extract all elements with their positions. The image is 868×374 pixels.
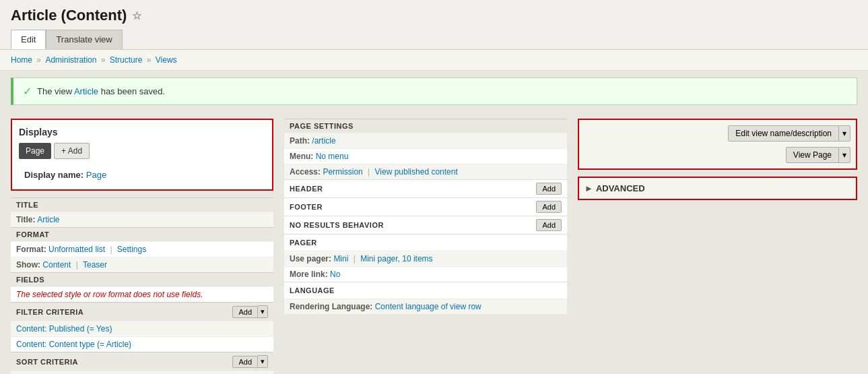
sort-item-0: Content: Authored on (desc) bbox=[11, 371, 273, 374]
breadcrumb-administration[interactable]: Administration bbox=[45, 55, 96, 65]
path-row: Path: /article bbox=[284, 133, 567, 148]
no-results-header: NO RESULTS BEHAVIOR Add bbox=[284, 216, 567, 234]
sort-criteria-title: SORT CRITERIA bbox=[16, 358, 78, 366]
fields-section-header: FIELDS bbox=[11, 272, 273, 286]
menu-row: Menu: No menu bbox=[284, 148, 567, 164]
breadcrumb-sep-3: » bbox=[147, 55, 154, 65]
display-name-row: Display name: Page bbox=[19, 167, 265, 183]
status-article-link[interactable]: Article bbox=[74, 86, 98, 96]
advanced-panel: ► ADVANCED bbox=[578, 177, 857, 200]
check-icon: ✓ bbox=[23, 85, 32, 98]
pager-section: PAGER Use pager: Mini | Mini pager, 10 i… bbox=[284, 234, 567, 282]
no-results-add-button[interactable]: Add bbox=[536, 219, 562, 231]
title-row: Title: Article bbox=[11, 212, 273, 227]
show-row: Show: Content | Teaser bbox=[11, 257, 273, 272]
filter-link-0[interactable]: Content: Published (= Yes) bbox=[16, 324, 112, 334]
top-right-panel: Edit view name/description ▾ View Page ▾ bbox=[578, 119, 857, 170]
footer-add-button[interactable]: Add bbox=[536, 201, 562, 213]
page-button[interactable]: Page bbox=[19, 143, 51, 159]
main-layout: Displays Page Add Display name: Page TIT… bbox=[0, 112, 868, 374]
view-page-arrow[interactable]: ▾ bbox=[839, 147, 850, 163]
show-teaser-link[interactable]: Teaser bbox=[83, 260, 107, 270]
title-section: TITLE Title: Article bbox=[11, 197, 273, 227]
title-text: Article (Content) bbox=[11, 7, 127, 24]
edit-view-btn-group: Edit view name/description ▾ bbox=[585, 125, 850, 142]
sort-add-button[interactable]: Add bbox=[232, 356, 258, 368]
pager-header: PAGER bbox=[284, 234, 567, 251]
path-value[interactable]: /article bbox=[312, 136, 335, 146]
format-link[interactable]: Unformatted list bbox=[48, 245, 105, 254]
breadcrumb-structure[interactable]: Structure bbox=[110, 55, 143, 65]
access-link1[interactable]: Permission bbox=[323, 167, 362, 177]
sort-add-arrow[interactable]: ▾ bbox=[258, 355, 268, 368]
view-page-button[interactable]: View Page bbox=[786, 147, 839, 163]
filter-add-button[interactable]: Add bbox=[232, 306, 258, 318]
advanced-button[interactable]: ► ADVANCED bbox=[585, 183, 850, 193]
middle-column: PAGE SETTINGS Path: /article Menu: No me… bbox=[284, 119, 567, 374]
right-column: Edit view name/description ▾ View Page ▾… bbox=[578, 119, 857, 374]
add-display-button[interactable]: Add bbox=[54, 143, 90, 159]
more-link-row: More link: No bbox=[284, 266, 567, 282]
displays-buttons: Page Add bbox=[19, 143, 265, 159]
header-section: HEADER Add bbox=[284, 179, 567, 197]
page-title: Article (Content) ☆ bbox=[11, 7, 857, 30]
breadcrumb-sep-1: » bbox=[36, 55, 43, 65]
fields-section: FIELDS The selected style or row format … bbox=[11, 272, 273, 302]
filter-criteria-section: FILTER CRITERIA Add ▾ Content: Published… bbox=[11, 302, 273, 352]
language-section: LANGUAGE Rendering Language: Content lan… bbox=[284, 282, 567, 314]
menu-value[interactable]: No menu bbox=[316, 152, 349, 161]
fields-info: The selected style or row format does no… bbox=[11, 286, 273, 302]
format-section-header: FORMAT bbox=[11, 227, 273, 241]
displays-title: Displays bbox=[19, 127, 265, 137]
edit-view-button[interactable]: Edit view name/description bbox=[728, 125, 839, 142]
access-row: Access: Permission | View published cont… bbox=[284, 164, 567, 179]
edit-view-arrow[interactable]: ▾ bbox=[839, 125, 850, 142]
displays-panel: Displays Page Add Display name: Page bbox=[11, 119, 273, 191]
page-settings-section: PAGE SETTINGS Path: /article Menu: No me… bbox=[284, 119, 567, 179]
rendering-value[interactable]: Content language of view row bbox=[375, 302, 481, 311]
filter-criteria-title: FILTER CRITERIA bbox=[16, 308, 84, 316]
no-results-section: NO RESULTS BEHAVIOR Add bbox=[284, 216, 567, 234]
title-value-link[interactable]: Article bbox=[37, 215, 59, 224]
display-name-label: Display name: bbox=[24, 170, 84, 180]
page-settings-header: PAGE SETTINGS bbox=[284, 119, 567, 133]
use-pager-row: Use pager: Mini | Mini pager, 10 items bbox=[284, 251, 567, 266]
access-link2[interactable]: View published content bbox=[375, 167, 458, 177]
advanced-label: ADVANCED bbox=[596, 183, 645, 193]
filter-add-arrow[interactable]: ▾ bbox=[258, 305, 268, 318]
filter-item-1: Content: Content type (= Article) bbox=[11, 336, 273, 352]
status-text: The view Article has been saved. bbox=[37, 86, 165, 96]
sort-criteria-section: SORT CRITERIA Add ▾ Content: Authored on… bbox=[11, 352, 273, 374]
filter-link-1[interactable]: Content: Content type (= Article) bbox=[16, 340, 131, 349]
format-section: FORMAT Format: Unformatted list | Settin… bbox=[11, 227, 273, 272]
status-message: ✓ The view Article has been saved. bbox=[11, 77, 857, 105]
rendering-row: Rendering Language: Content language of … bbox=[284, 299, 567, 314]
use-pager-link1[interactable]: Mini bbox=[333, 254, 348, 263]
filter-item-0: Content: Published (= Yes) bbox=[11, 321, 273, 336]
star-icon[interactable]: ☆ bbox=[132, 9, 141, 22]
use-pager-link2[interactable]: Mini pager, 10 items bbox=[360, 254, 432, 263]
breadcrumb: Home » Administration » Structure » View… bbox=[0, 50, 868, 71]
breadcrumb-views[interactable]: Views bbox=[156, 55, 177, 65]
view-page-btn-group: View Page ▾ bbox=[585, 147, 850, 163]
header-add-button[interactable]: Add bbox=[536, 183, 562, 195]
breadcrumb-home[interactable]: Home bbox=[11, 55, 32, 65]
tab-edit[interactable]: Edit bbox=[11, 30, 46, 49]
tab-translate-view[interactable]: Translate view bbox=[46, 30, 122, 49]
more-link-value[interactable]: No bbox=[330, 270, 340, 279]
breadcrumb-sep-2: » bbox=[101, 55, 108, 65]
sort-add-group: Add ▾ bbox=[232, 355, 268, 368]
footer-section-header: FOOTER Add bbox=[284, 197, 567, 216]
show-content-link[interactable]: Content bbox=[42, 260, 71, 270]
sort-criteria-header: SORT CRITERIA Add ▾ bbox=[11, 352, 273, 371]
footer-section: FOOTER Add bbox=[284, 197, 567, 216]
page-header: Article (Content) ☆ Edit Translate view bbox=[0, 0, 868, 50]
settings-link[interactable]: Settings bbox=[117, 245, 146, 254]
filter-add-group: Add ▾ bbox=[232, 305, 268, 318]
tabs: Edit Translate view bbox=[11, 30, 857, 49]
advanced-arrow-icon: ► bbox=[585, 183, 593, 193]
filter-criteria-header: FILTER CRITERIA Add ▾ bbox=[11, 302, 273, 321]
title-section-header: TITLE bbox=[11, 197, 273, 212]
format-row: Format: Unformatted list | Settings bbox=[11, 241, 273, 257]
display-name-value[interactable]: Page bbox=[86, 170, 106, 180]
